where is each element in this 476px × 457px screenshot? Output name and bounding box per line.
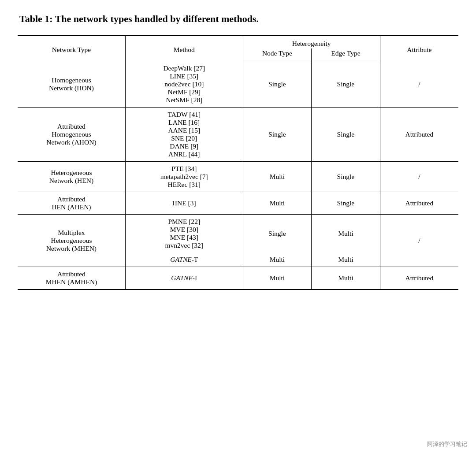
th-node-type: Node Type [243, 48, 312, 61]
gatne-t-label: GATNE [170, 256, 192, 263]
th-edge-type: Edge Type [312, 48, 380, 61]
attr-hen: / [380, 161, 458, 192]
network-mhen: MultiplexHeterogeneousNetwork (MHEN) [18, 214, 125, 267]
node-hon: Single [243, 61, 312, 108]
table-row: HomogeneousNetwork (HON) DeepWalk [27]LI… [18, 61, 458, 108]
table-row: MultiplexHeterogeneousNetwork (MHEN) PMN… [18, 214, 458, 253]
table-row: AttributedHEN (AHEN) HNE [3] Multi Singl… [18, 192, 458, 214]
table-row: AttributedMHEN (AMHEN) GATNE-I Multi Mul… [18, 267, 458, 289]
attr-mhen: / [380, 214, 458, 267]
th-method: Method [125, 36, 243, 61]
edge-hon: Single [312, 61, 380, 108]
watermark: 阿泽的学习笔记 [427, 440, 467, 448]
attr-ahen: Attributed [380, 192, 458, 214]
table-row: HeterogeneousNetwork (HEN) PTE [34]metap… [18, 161, 458, 192]
node-amhen: Multi [243, 267, 312, 289]
th-heterogeneity: Heterogeneity [243, 36, 380, 48]
network-amhen: AttributedMHEN (AMHEN) [18, 267, 125, 289]
node-ahen: Multi [243, 192, 312, 214]
method-ahen: HNE [3] [125, 192, 243, 214]
method-gatne-t: GATNE-T [125, 253, 243, 267]
node-mhen: Single [243, 214, 312, 253]
network-hen: HeterogeneousNetwork (HEN) [18, 161, 125, 192]
edge-ahon: Single [312, 107, 380, 161]
edge-gatne-t: Multi [312, 253, 380, 267]
edge-ahen: Single [312, 192, 380, 214]
node-ahon: Single [243, 107, 312, 161]
attr-ahon: Attributed [380, 107, 458, 161]
gatne-i-label: GATNE [171, 274, 193, 282]
network-ahon: AttributedHomogeneousNetwork (AHON) [18, 107, 125, 161]
edge-mhen: Multi [312, 214, 380, 253]
main-table: Network Type Method Heterogeneity Attrib… [18, 36, 458, 289]
network-ahen: AttributedHEN (AHEN) [18, 192, 125, 214]
table-wrapper: Network Type Method Heterogeneity Attrib… [18, 35, 458, 290]
edge-hen: Single [312, 161, 380, 192]
node-hen: Multi [243, 161, 312, 192]
method-hon: DeepWalk [27]LINE [35]node2vec [10]NetMF… [125, 61, 243, 108]
method-hen: PTE [34]metapath2vec [7]HERec [31] [125, 161, 243, 192]
attr-hon: / [380, 61, 458, 108]
header-row-top: Network Type Method Heterogeneity Attrib… [18, 36, 458, 48]
method-mhen: PMNE [22]MVE [30]MNE [43]mvn2vec [32] [125, 214, 243, 253]
method-amhen: GATNE-I [125, 267, 243, 289]
table-row: AttributedHomogeneousNetwork (AHON) TADW… [18, 107, 458, 161]
th-attribute: Attribute [380, 36, 458, 61]
attr-amhen: Attributed [380, 267, 458, 289]
network-hon: HomogeneousNetwork (HON) [18, 61, 125, 108]
page-title: Table 1: The network types handled by di… [18, 13, 458, 25]
method-ahon: TADW [41]LANE [16]AANE [15]SNE [20]DANE … [125, 107, 243, 161]
node-gatne-t: Multi [243, 253, 312, 267]
th-network-type: Network Type [18, 36, 125, 61]
edge-amhen: Multi [312, 267, 380, 289]
table-body: HomogeneousNetwork (HON) DeepWalk [27]LI… [18, 61, 458, 289]
